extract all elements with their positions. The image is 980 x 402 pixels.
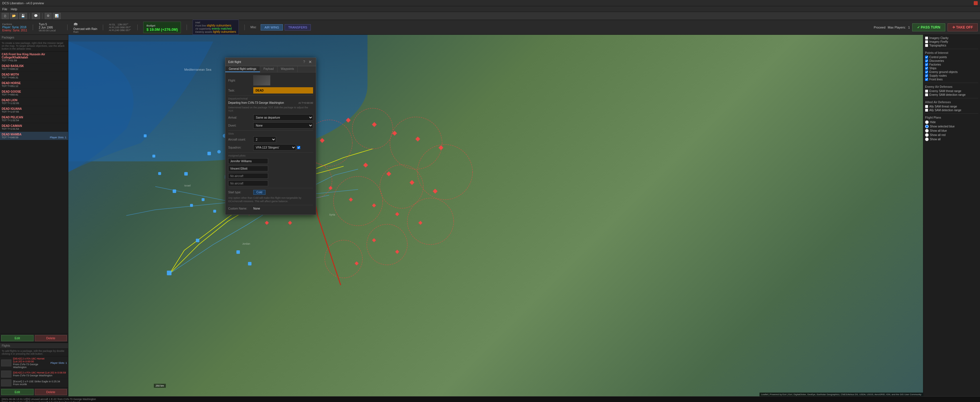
flight-row: Flight [228,75,313,86]
flight-item[interactable]: [Escort] 2 x F-15E Strike Eagle in 0:25:… [0,379,68,388]
edit-flight-modal: Edit flight ? ✕ General flight settings … [225,57,316,215]
imagery-firefly-checkbox[interactable] [925,40,928,43]
package-item[interactable]: DEAD MAMBA TOT T+048:59 Player Slots: 1 [0,132,68,140]
enemy-sam-detection-label: Enemy SAM detection range [929,93,966,96]
hide-radio[interactable] [925,120,929,124]
flight-thumbnail [1,380,11,386]
package-item[interactable]: DEAD HORSE TOT T+051:12 [0,80,68,89]
pass-turn-button[interactable]: ✓ PASS TURN [912,23,945,31]
svg-rect-41 [237,250,240,254]
aircraft-count-select[interactable]: 2 [253,136,276,142]
squadron-select[interactable]: VFA-113 'Stingers' [253,144,296,150]
svg-point-2 [390,117,442,169]
new-button[interactable]: 🗋 [2,13,9,19]
info-divider-1 [33,24,33,30]
ground-objects-checkbox[interactable] [925,70,928,73]
chart-button[interactable]: 📊 [53,13,61,19]
squadron-checkbox[interactable] [297,146,300,149]
modal-tab-general[interactable]: General flight settings [225,66,260,72]
arrival-select[interactable]: Same as departure [253,114,313,121]
enemy-sam-threat-checkbox[interactable] [925,89,928,93]
menu-file[interactable]: File [2,7,7,11]
transfers-button[interactable]: TRANSFERS [285,24,311,30]
svg-point-7 [407,198,454,245]
take-off-button[interactable]: ✈ TAKE OFF [948,23,978,31]
flight-info: [DEAD] 2 x F/A-18C Hornet (Lot 20) in 0:… [13,357,49,368]
turn-section: Turn 5 2 Jun 1995 08:00:00 Local [39,23,62,32]
settings-button[interactable]: ⚙ [45,13,52,19]
package-item[interactable]: DEAD CAIMAN TOT T+1:01:54 [0,123,68,132]
proceed-section: Proceed Max Players: 1 ✓ PASS TURN ✈ TAK… [874,23,978,31]
cold-button[interactable]: Cold [253,190,266,195]
flight-item[interactable]: [DEAD] 2 x F/A-18C Hornet (Lot 20) in 0:… [0,370,68,379]
pilots-title: Assigned pilots: [228,154,313,157]
packages-delete-button[interactable]: Delete [35,335,67,341]
flight-sub: From CVN-73 George Washington [13,374,67,377]
factories-checkbox[interactable] [925,63,928,66]
flights-edit-button[interactable]: Edit [1,389,33,395]
slots-title: Slots [228,132,313,135]
ally-sam-detection-checkbox[interactable] [925,108,928,112]
custom-name-row: Custom Name: None [228,207,313,210]
info-divider-4 [137,24,138,30]
imagery-clarity-label: Imagery Clarity [929,37,948,40]
divert-select[interactable]: None [253,122,313,129]
enemy-sam-detection-checkbox[interactable] [925,93,928,96]
modal-tab-payload[interactable]: Payload [260,66,277,72]
weather-value: Overcast with Rain [73,27,97,30]
divider-1 [925,49,978,49]
task-display: DEAD [253,87,313,94]
toolbar-divider-1 [29,13,30,19]
svg-rect-24 [418,221,422,225]
player-slots: Player Slots: 1 [50,136,66,139]
package-tot: TOT T+045:31 [2,76,18,79]
supply-routes-checkbox[interactable] [925,74,928,77]
package-item[interactable]: CAS Front line King Hussein Air College/… [0,52,68,63]
imagery-clarity-checkbox[interactable] [925,37,928,40]
ally-sam-threat-checkbox[interactable] [925,105,928,108]
modal-help-button[interactable]: ? [303,60,305,64]
package-name: DEAD BASILISK [2,64,66,67]
show-all-radio[interactable] [925,137,929,141]
package-name: DEAD PELICAN [2,116,66,119]
menu-help[interactable]: Help [11,7,18,11]
svg-text:Jordan: Jordan [242,242,250,245]
modal-tab-waypoints[interactable]: Waypoints [277,66,298,72]
airwing-button[interactable]: AIR WING [261,24,283,30]
flights-delete-button[interactable]: Delete [35,389,67,395]
save-button[interactable]: 💾 [19,13,27,19]
show-all-blue-radio[interactable] [925,129,929,132]
package-item[interactable]: DEAD GOOSE TOT T+050:41 [0,89,68,97]
proceed-label: Proceed [874,26,885,29]
control-points-checkbox[interactable] [925,56,928,59]
svg-rect-15 [438,145,443,150]
package-item[interactable]: DEAD BASILISK TOT T+039:22 [0,63,68,72]
discoveries-checkbox[interactable] [925,59,928,62]
discord-button[interactable]: 💬 [32,13,40,19]
packages-edit-button[interactable]: Edit [1,335,33,341]
pilot1-name[interactable]: Jennifer Williams [228,158,268,164]
svg-rect-31 [288,221,292,225]
package-item[interactable]: DEAD PELICAN TOT T+1:02:54 [0,115,68,123]
package-item[interactable]: DEAD MOTH TOT T+045:31 [0,72,68,80]
svg-point-9 [325,240,363,278]
front-lines-row: Front lines [925,78,978,81]
flight-item[interactable]: [DEAD] 2 x F/A-18C Hornet (Lot 20) in 0:… [0,356,68,370]
modal-close-button[interactable]: ✕ [307,60,313,64]
package-item[interactable]: DEAD IGUANA TOT T+1:07:55 [0,106,68,115]
hide-label: Hide [930,121,936,124]
svg-point-3 [380,165,423,208]
close-button[interactable] [974,1,978,5]
pilot2-name[interactable]: Vincent Elliott [228,166,268,171]
map-area[interactable]: Mediterranean Sea Lebanon Syria Jordan I… [68,35,923,396]
topographics-checkbox[interactable] [925,44,928,47]
open-button[interactable]: 📂 [10,13,18,19]
package-item[interactable]: DEAD LION TOT T+1:02:05 [0,97,68,106]
svg-rect-42 [248,262,251,265]
front-lines-checkbox[interactable] [925,78,928,81]
show-all-red-radio[interactable] [925,133,929,137]
date-value: 2 Jun 1995 [39,26,62,29]
ships-checkbox[interactable] [925,67,928,70]
show-selected-blue-radio[interactable] [925,124,929,128]
package-tot: TOT T+050:41 [2,93,18,96]
